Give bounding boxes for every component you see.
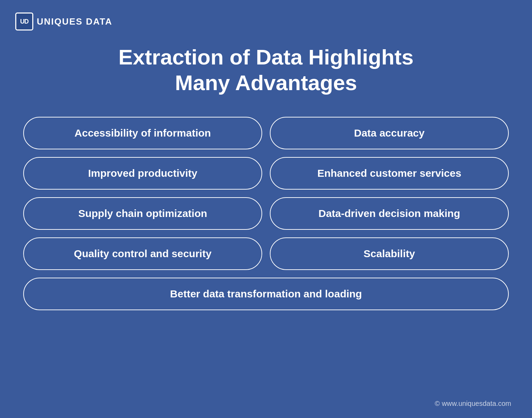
footer: © www.uniquesdata.com — [0, 393, 532, 418]
logo-text: UNIQUES DATA — [37, 16, 112, 27]
logo-icon: UD — [15, 12, 33, 31]
pill-data-transformation: Better data transformation and loading — [23, 278, 509, 310]
pill-scalability: Scalability — [270, 237, 509, 270]
pill-data-accuracy: Data accuracy — [270, 117, 509, 149]
pill-productivity: Improved productivity — [23, 157, 262, 190]
logo: UD UNIQUES DATA — [15, 12, 112, 31]
pills-grid: Accessibility of information Data accura… — [23, 117, 509, 310]
pill-customer-services: Enhanced customer services — [270, 157, 509, 190]
footer-copyright: © www.uniquesdata.com — [435, 400, 511, 408]
pill-decision-making: Data-driven decision making — [270, 197, 509, 230]
pill-supply-chain: Supply chain optimization — [23, 197, 262, 230]
pill-accessibility: Accessibility of information — [23, 117, 262, 149]
main-content: Extraction of Data Highlights Many Advan… — [0, 37, 532, 393]
pill-quality-control: Quality control and security — [23, 237, 262, 270]
page-title: Extraction of Data Highlights Many Advan… — [110, 44, 422, 96]
header: UD UNIQUES DATA — [0, 0, 532, 37]
